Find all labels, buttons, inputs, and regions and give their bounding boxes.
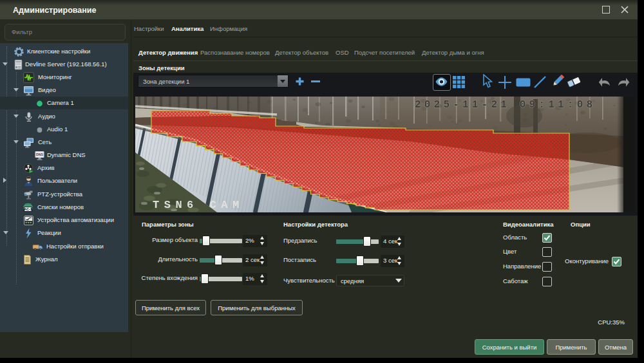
svg-text:2025-11-21 09:11:08: 2025-11-21 09:11:08 xyxy=(415,99,596,111)
svg-text:DNS: DNS xyxy=(36,153,43,156)
svg-text:TSN6 CAM: TSN6 CAM xyxy=(153,199,244,211)
svg-text:AC-1: AC-1 xyxy=(24,207,32,211)
